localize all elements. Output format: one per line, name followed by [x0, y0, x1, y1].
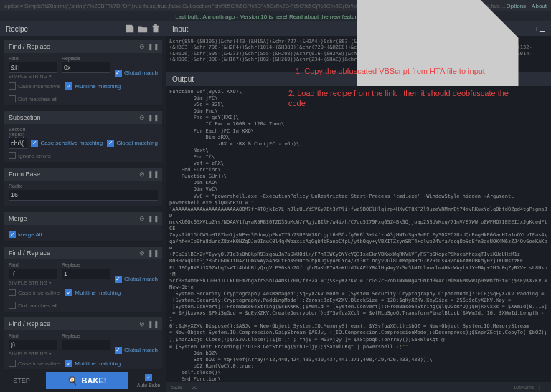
op-subsection: Subsection⊘❚❚Section (regex)Case sensiti… — [4, 111, 162, 162]
pause-icon[interactable]: ❚❚ — [149, 113, 158, 122]
check-multiline-matching[interactable]: Multiline matching — [65, 360, 121, 367]
check[interactable]: Case sensitive matching — [31, 137, 103, 149]
autobake-toggle[interactable]: Auto Bake — [131, 369, 166, 392]
find-input[interactable] — [9, 62, 57, 73]
pause-icon[interactable]: ❚❚ — [149, 214, 158, 223]
folder-icon[interactable] — [138, 24, 148, 34]
op-findreplace: Find / Replace⊘❚❚FindSIMPLE STRING ▾Repl… — [4, 317, 162, 369]
op-name: Merge — [9, 215, 27, 222]
bake-icon: 🍳 — [67, 376, 77, 386]
output-title: Output — [172, 75, 194, 83]
op-name: Find / Replace — [9, 320, 50, 328]
pause-icon[interactable]: ❚❚ — [149, 42, 158, 51]
op-header[interactable]: Merge⊘❚❚ — [4, 212, 162, 225]
bake-button[interactable]: 🍳 BAKE! — [46, 372, 128, 389]
op-header[interactable]: From Base⊘❚❚ — [4, 168, 162, 181]
check-case-insensitive[interactable]: Case insensitive — [9, 360, 60, 367]
output-header: Output — [166, 72, 551, 86]
disable-icon[interactable]: ⊘ — [138, 42, 146, 51]
replace-input[interactable] — [62, 62, 110, 73]
status-bar: 5328 | 30 10541ms | – — [166, 382, 551, 392]
op-merge: Merge⊘❚❚Merge All — [4, 212, 162, 241]
bottom-bar: STEP 🍳 BAKE! Auto Bake — [0, 369, 166, 392]
radix-input[interactable] — [9, 190, 158, 201]
find-input[interactable] — [9, 340, 57, 350]
op-frombase: From Base⊘❚❚Radix — [4, 168, 162, 206]
op-name: From Base — [9, 171, 40, 178]
check[interactable]: Global matching — [107, 137, 158, 149]
op-name: Find / Replace — [9, 249, 50, 257]
op-findreplace: Find / Replace⊘❚❚FindSIMPLE STRING ▾Repl… — [4, 247, 162, 312]
pause-icon[interactable]: ❚❚ — [149, 249, 158, 257]
recipe-title: Recipe — [6, 25, 28, 33]
check-case-insensitive[interactable]: Case insensitive — [9, 82, 60, 90]
step-button[interactable]: STEP — [0, 369, 43, 392]
check-case-insensitive[interactable]: Case insensitive — [9, 289, 60, 296]
check-dot-matches-all[interactable]: Dot matches all — [9, 302, 57, 309]
status-left-a: 5328 — [171, 385, 182, 390]
check-dot-matches-all[interactable]: Dot matches all — [9, 95, 57, 102]
disable-icon[interactable]: ⊘ — [138, 113, 146, 122]
autobake-checkbox[interactable] — [145, 374, 152, 381]
io-panel: Input + ☰ &chr(859-(&H305))&chr(443-(&H1… — [166, 21, 551, 392]
disable-icon[interactable]: ⊘ — [138, 214, 146, 223]
op-name: Find / Replace — [9, 43, 50, 50]
status-right-b: – — [544, 385, 547, 390]
disable-icon[interactable]: ⊘ — [138, 320, 146, 328]
replace-input[interactable] — [62, 340, 110, 350]
save-icon[interactable] — [125, 24, 135, 34]
replace-input[interactable] — [62, 269, 110, 279]
recipe-header: Recipe — [0, 21, 166, 36]
output-textarea[interactable]: Function vef(ByVal KXO)\ Dim jFC\ vGo = … — [166, 86, 551, 382]
check-multiline-matching[interactable]: Multiline matching — [65, 82, 121, 90]
check-multiline-matching[interactable]: Multiline matching — [65, 289, 121, 296]
status-left-b: 30 — [192, 385, 197, 390]
pause-icon[interactable]: ❚❚ — [149, 320, 158, 328]
disable-icon[interactable]: ⊘ — [138, 249, 146, 257]
disable-icon[interactable]: ⊘ — [138, 170, 146, 178]
trash-icon[interactable] — [151, 24, 161, 34]
op-header[interactable]: Subsection⊘❚❚ — [4, 111, 162, 124]
section-input[interactable] — [9, 138, 27, 149]
check-mergeall[interactable]: Merge All — [9, 231, 42, 238]
op-findreplace: Find / Replace⊘❚❚FindSIMPLE STRING ▾Repl… — [4, 40, 162, 105]
check-ignore[interactable]: Ignore errors — [9, 152, 51, 159]
pause-icon[interactable]: ❚❚ — [149, 170, 158, 178]
op-name: Subsection — [9, 114, 41, 121]
input-title: Input — [172, 25, 188, 33]
find-input[interactable] — [9, 269, 57, 279]
recipe-panel: Recipe Find / Replace⊘❚❚FindSIMPLE STRIN… — [0, 21, 166, 392]
op-header[interactable]: Find / Replace⊘❚❚ — [4, 40, 162, 53]
op-header[interactable]: Find / Replace⊘❚❚ — [4, 317, 162, 330]
op-header[interactable]: Find / Replace⊘❚❚ — [4, 247, 162, 259]
status-right-a: 10541ms — [513, 385, 534, 390]
bake-label: BAKE! — [82, 376, 107, 385]
autobake-label: Auto Bake — [137, 383, 160, 388]
